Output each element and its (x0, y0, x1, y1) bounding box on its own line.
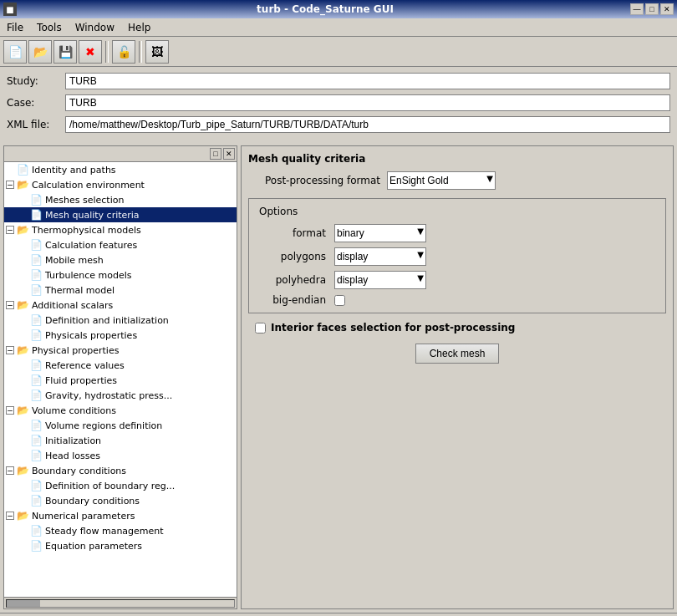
tree-toggle-numerical-params[interactable]: − (6, 512, 14, 520)
tree-label-calc-features: Calculation features (45, 240, 137, 251)
big-endian-checkbox[interactable] (334, 295, 345, 306)
new-button[interactable]: 📄 (3, 40, 27, 64)
maximize-button[interactable]: □ (645, 3, 659, 15)
file-icon: 📄 (29, 209, 43, 221)
main-content: □ ✕ 📄Identity and paths−📂Calculation env… (0, 142, 677, 613)
tree-item-turbulence-models[interactable]: 📄Turbulence models (4, 267, 237, 283)
format-select-wrapper: binary text big-endian (334, 224, 426, 242)
tree-item-identity[interactable]: 📄Identity and paths (4, 162, 237, 177)
app-icon: ■ (3, 3, 17, 16)
file-icon: 📄 (29, 525, 43, 537)
tree-label-additional-scalars: Additional scalars (32, 300, 113, 311)
tree-toggle-calc-env[interactable]: − (6, 181, 14, 189)
polyhedra-row: polyhedra display discard divide (259, 271, 655, 289)
tree-label-identity: Identity and paths (32, 165, 116, 176)
format-select[interactable]: binary text big-endian (334, 224, 426, 242)
menu-tools[interactable]: Tools (33, 21, 65, 34)
tree-toggle-volume-conditions[interactable]: − (6, 406, 14, 415)
view-button[interactable]: 🖼 (145, 40, 169, 64)
big-endian-row: big-endian (259, 294, 655, 306)
tree-item-mesh-quality[interactable]: 📄Mesh quality criteria (4, 207, 237, 222)
interior-faces-label: Interior faces selection for post-proces… (271, 322, 515, 333)
tree-toggle-additional-scalars[interactable]: − (6, 301, 14, 309)
polygons-select-wrapper: display discard divide (334, 247, 426, 266)
minimize-button[interactable]: — (630, 3, 644, 15)
format-label: format (259, 227, 326, 239)
options-title: Options (259, 206, 655, 217)
file-icon: 📄 (29, 435, 43, 446)
folder-icon: 📂 (16, 344, 29, 356)
h-scrollbar[interactable] (4, 597, 237, 608)
xml-input[interactable] (65, 116, 670, 133)
tree-item-physicals-props[interactable]: 📄Physicals properties (4, 328, 237, 343)
tree-label-head-losses: Head losses (45, 451, 100, 461)
tree-item-fluid-props[interactable]: 📄Fluid properties (4, 373, 237, 388)
file-icon: 📄 (29, 540, 43, 552)
export-button[interactable]: 🔓 (112, 40, 135, 64)
tree-item-def-init[interactable]: 📄Definition and initialization (4, 313, 237, 328)
form-area: Study: Case: XML file: (0, 67, 677, 142)
tree-item-volume-conditions[interactable]: −📂Volume conditions (4, 403, 237, 418)
check-mesh-button[interactable]: Check mesh (415, 344, 500, 364)
tree-label-physical-properties: Physical properties (32, 345, 119, 356)
menu-file[interactable]: File (3, 21, 27, 34)
folder-icon: 📂 (16, 405, 29, 416)
tree-item-def-boundary-reg[interactable]: 📄Definition of boundary reg... (4, 478, 237, 493)
tree-item-calc-env[interactable]: −📂Calculation environment (4, 177, 237, 192)
tree-item-initialization[interactable]: 📄Initialization (4, 433, 237, 448)
toolbar: 📄 📂 💾 ✖ 🔓 🖼 (0, 37, 677, 67)
tree-item-gravity[interactable]: 📄Gravity, hydrostatic press... (4, 388, 237, 403)
tree-item-meshes-sel[interactable]: 📄Meshes selection (4, 192, 237, 207)
panel-restore-button[interactable]: □ (210, 148, 221, 160)
tree-item-physical-properties[interactable]: −📂Physical properties (4, 343, 237, 358)
tree-item-steady-flow[interactable]: 📄Steady flow management (4, 523, 237, 538)
toolbar-separator2 (139, 41, 142, 63)
tree-label-mesh-quality: Mesh quality criteria (45, 210, 140, 221)
open-button[interactable]: 📂 (28, 40, 52, 64)
tree-toggle-thermo-models[interactable]: − (6, 226, 14, 234)
study-input[interactable] (65, 73, 670, 89)
study-label: Study: (7, 75, 65, 87)
polyhedra-select[interactable]: display discard divide (334, 271, 426, 289)
panel-close-button[interactable]: ✕ (223, 148, 235, 160)
polyhedra-select-wrapper: display discard divide (334, 271, 426, 289)
folder-icon: 📂 (16, 510, 29, 522)
menu-help[interactable]: Help (125, 21, 154, 34)
tree-item-thermal-model[interactable]: 📄Thermal model (4, 283, 237, 298)
tree-item-mobile-mesh[interactable]: 📄Mobile mesh (4, 252, 237, 267)
polygons-select[interactable]: display discard divide (334, 247, 426, 266)
menu-window[interactable]: Window (72, 21, 118, 34)
tree-item-boundary-conds[interactable]: 📄Boundary conditions (4, 493, 237, 508)
tree-item-head-losses[interactable]: 📄Head losses (4, 448, 237, 463)
window-title: turb - Code_Saturne GUI (257, 3, 394, 15)
tree-item-boundary-conditions[interactable]: −📂Boundary conditions (4, 463, 237, 478)
file-icon: 📄 (29, 420, 43, 431)
folder-icon: 📂 (16, 299, 29, 311)
tree-item-additional-scalars[interactable]: −📂Additional scalars (4, 298, 237, 313)
tree-label-def-init: Definition and initialization (45, 315, 169, 326)
tree-item-numerical-params[interactable]: −📂Numerical parameters (4, 508, 237, 523)
tree-item-equation-params[interactable]: 📄Equation parameters (4, 538, 237, 553)
file-icon: 📄 (29, 284, 43, 296)
interior-faces-checkbox[interactable] (255, 323, 266, 333)
file-icon: 📄 (29, 359, 43, 371)
tree-item-thermo-models[interactable]: −📂Thermophysical models (4, 222, 237, 237)
close-doc-button[interactable]: ✖ (79, 40, 102, 64)
format-row: format binary text big-endian (259, 224, 655, 242)
save-button[interactable]: 💾 (53, 40, 77, 64)
close-button[interactable]: ✕ (660, 3, 674, 15)
tree-item-calc-features[interactable]: 📄Calculation features (4, 237, 237, 252)
tree-item-ref-values[interactable]: 📄Reference values (4, 358, 237, 373)
post-format-select[interactable]: EnSight Gold MED CGNS (387, 171, 496, 190)
folder-icon: 📂 (16, 179, 29, 191)
file-icon: 📄 (29, 374, 43, 386)
content-panel: Mesh quality criteria Post-processing fo… (241, 145, 674, 609)
tree-toggle-boundary-conditions[interactable]: − (6, 466, 14, 475)
case-input[interactable] (65, 94, 670, 111)
file-icon: 📄 (29, 194, 43, 206)
tree-toggle-physical-properties[interactable]: − (6, 346, 14, 354)
tree-item-volume-regions[interactable]: 📄Volume regions definition (4, 418, 237, 433)
tree-container[interactable]: 📄Identity and paths−📂Calculation environ… (4, 162, 237, 597)
file-icon: 📄 (29, 254, 43, 266)
left-panel: □ ✕ 📄Identity and paths−📂Calculation env… (3, 145, 237, 609)
